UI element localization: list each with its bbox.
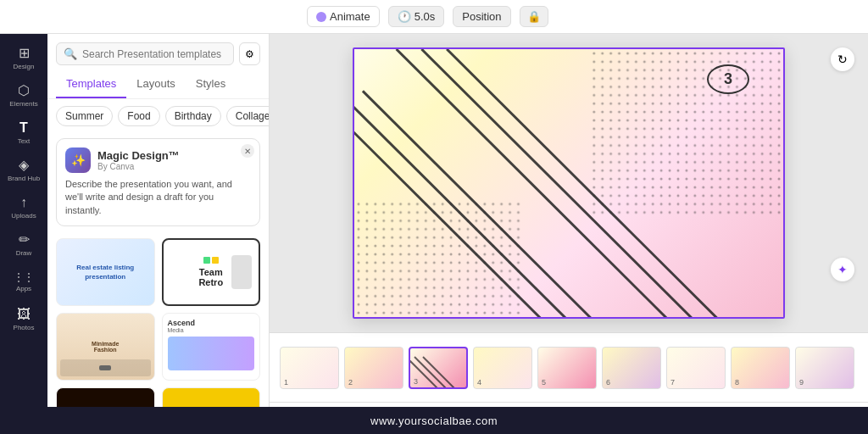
template-label-real-estate: Real estate listingpresentation — [73, 259, 137, 285]
duration-button[interactable]: 🕐 5.0s — [388, 6, 445, 27]
chip-summer[interactable]: Summer — [56, 106, 113, 126]
sidebar-item-elements[interactable]: ⬡ Elements — [7, 78, 41, 112]
status-bar: 📝 Notes ⏱ Duration Page 3 / 50 40% ⊞ ⛶ ? — [270, 402, 868, 407]
footer-text: www.yoursocialbae.com — [370, 415, 498, 427]
template-label-fashion: MinimadeFashion — [92, 341, 119, 353]
animate-dot — [316, 12, 326, 22]
slide-page-number: 3 — [707, 64, 749, 94]
search-bar: 🔍 ⚙ — [47, 34, 269, 70]
templates-panel: 🔍 ⚙ Templates Layouts Styles Summer Food… — [47, 34, 270, 407]
top-toolbar: Animate 🕐 5.0s Position 🔒 — [0, 0, 868, 34]
brand-icon: ◈ — [19, 157, 29, 173]
svg-line-1 — [354, 91, 716, 317]
animate-button[interactable]: Animate — [307, 6, 380, 27]
template-grid: Real estate listingpresentation TeamRetr… — [47, 231, 269, 407]
search-input-wrap[interactable]: 🔍 — [56, 42, 234, 65]
sidebar-icons: ⊞ Design ⬡ Elements T Text ◈ Brand Hub ↑… — [0, 34, 47, 407]
sidebar-item-photos[interactable]: 🖼 Photos — [7, 302, 41, 336]
search-icon: 🔍 — [64, 47, 77, 60]
sidebar-item-uploads[interactable]: ↑ Uploads — [7, 190, 41, 224]
template-card-real-estate[interactable]: Real estate listingpresentation — [56, 238, 155, 306]
lock-icon: 🔒 — [527, 10, 541, 23]
duration-value: 5.0s — [415, 10, 436, 23]
magic-design-description: Describe the presentation you want, and … — [65, 178, 251, 217]
filmstrip-thumb-9[interactable]: 9 — [795, 347, 854, 389]
design-icon: ⊞ — [19, 45, 30, 61]
svg-rect-8 — [354, 200, 522, 317]
filmstrip: 1 2 3 4 5 6 7 — [270, 332, 868, 402]
filmstrip-thumb-8[interactable]: 8 — [731, 347, 790, 389]
sidebar-item-brand[interactable]: ◈ Brand Hub — [7, 153, 41, 186]
add-element-button[interactable]: ✦ — [831, 258, 854, 281]
filmstrip-thumb-3[interactable]: 3 — [409, 347, 468, 389]
refresh-button[interactable]: ↻ — [831, 47, 854, 71]
filmstrip-thumb-7[interactable]: 7 — [666, 347, 726, 389]
canvas-wrap: ↻ — [270, 34, 868, 332]
tab-styles[interactable]: Styles — [186, 70, 236, 98]
position-button[interactable]: Position — [453, 6, 510, 27]
draw-icon: ✏ — [19, 231, 30, 248]
filmstrip-thumb-5[interactable]: 5 — [537, 347, 597, 389]
template-label-ascend: Ascend — [168, 319, 196, 327]
chip-birthday[interactable]: Birthday — [165, 106, 221, 126]
slide-background: 3 — [354, 49, 783, 317]
filter-button[interactable]: ⚙ — [239, 42, 260, 65]
search-input[interactable] — [82, 48, 226, 60]
magic-design-title: Magic Design™ — [97, 149, 180, 162]
clock-icon: 🕐 — [398, 10, 411, 23]
apps-icon: ⋮⋮ — [14, 271, 34, 283]
template-card-social[interactable]: Social MediaMarketingTrends — [162, 387, 261, 407]
sidebar-item-design[interactable]: ⊞ Design — [7, 41, 41, 75]
lock-button[interactable]: 🔒 — [520, 6, 548, 27]
position-label: Position — [462, 10, 501, 23]
canvas-slide[interactable]: 3 — [353, 47, 785, 319]
magic-design-subtitle: By Canva — [97, 162, 180, 171]
svg-line-0 — [354, 91, 691, 317]
chip-collage[interactable]: Collage — [226, 106, 269, 126]
sidebar-item-draw[interactable]: ✏ Draw — [7, 227, 41, 261]
filmstrip-thumb-3-overlay — [410, 348, 468, 389]
template-card-breanna[interactable]: BREANNAHOLLIS — [56, 387, 155, 407]
sidebar-item-text[interactable]: T Text — [7, 115, 41, 149]
photos-icon: 🖼 — [17, 307, 31, 322]
uploads-icon: ↑ — [20, 195, 27, 210]
tab-templates[interactable]: Templates — [56, 70, 126, 98]
filmstrip-thumb-6[interactable]: 6 — [602, 347, 661, 389]
tab-layouts[interactable]: Layouts — [126, 70, 186, 98]
template-label-ascend-sub: Media — [168, 327, 184, 333]
template-label-team-retro: TeamRetro — [198, 267, 223, 287]
animate-label: Animate — [330, 10, 370, 23]
chip-food[interactable]: Food — [118, 106, 159, 126]
sidebar-item-apps[interactable]: ⋮⋮ Apps — [7, 264, 41, 298]
panel-tabs: Templates Layouts Styles — [47, 70, 269, 99]
magic-design-close-button[interactable]: ✕ — [241, 144, 254, 158]
template-card-team-retro[interactable]: TeamRetro — [162, 238, 261, 306]
svg-rect-7 — [590, 49, 783, 217]
magic-design-card: ✕ ✨ Magic Design™ By Canva Describe the … — [56, 138, 260, 226]
filmstrip-thumb-1[interactable]: 1 — [280, 347, 339, 389]
footer-bar: www.yoursocialbae.com — [0, 407, 868, 434]
category-chips: Summer Food Birthday Collage › — [47, 99, 269, 133]
magic-design-icon: ✨ — [65, 147, 91, 173]
template-card-ascend[interactable]: Ascend Media — [162, 313, 261, 381]
filmstrip-thumb-2[interactable]: 2 — [344, 347, 403, 389]
filmstrip-thumb-4[interactable]: 4 — [473, 347, 532, 389]
template-card-fashion[interactable]: MinimadeFashion — [56, 313, 155, 381]
main-layout: ⊞ Design ⬡ Elements T Text ◈ Brand Hub ↑… — [0, 34, 868, 407]
filter-icon: ⚙ — [245, 48, 254, 60]
canvas-area: ↻ — [270, 34, 868, 407]
svg-line-2 — [363, 91, 741, 317]
elements-icon: ⬡ — [18, 82, 30, 98]
magic-design-header: ✨ Magic Design™ By Canva — [65, 147, 251, 173]
text-icon: T — [19, 120, 28, 136]
